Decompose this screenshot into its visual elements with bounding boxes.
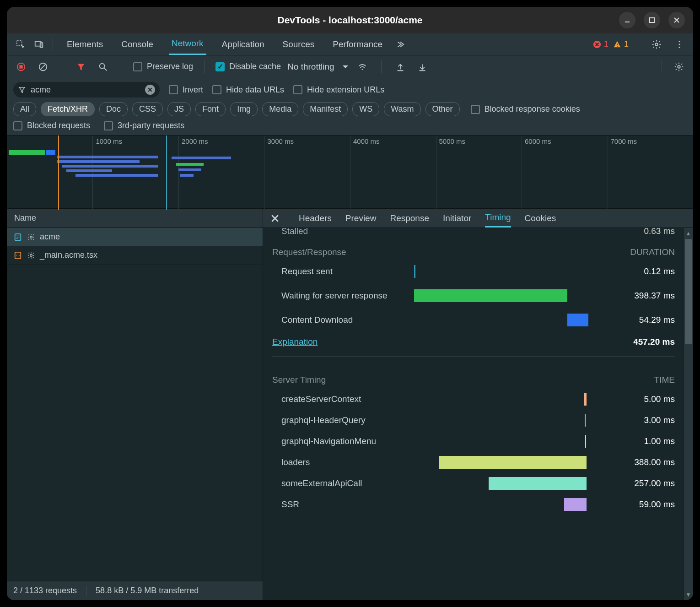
tab-sources[interactable]: Sources xyxy=(280,33,318,55)
search-icon[interactable] xyxy=(95,59,111,75)
filter-pill-other[interactable]: Other xyxy=(425,102,460,116)
request-list[interactable]: acme _main.acme.tsx xyxy=(7,228,263,581)
timing-label: someExternalApiCall xyxy=(272,478,405,488)
filter-text-input[interactable] xyxy=(31,85,140,95)
warning-count-badge[interactable]: 1 xyxy=(613,39,629,49)
inspect-element-icon[interactable] xyxy=(11,35,30,54)
detail-panel: Headers Preview Response Initiator Timin… xyxy=(263,209,693,600)
detail-tab-headers[interactable]: Headers xyxy=(299,209,332,228)
request-row[interactable]: _main.acme.tsx xyxy=(7,246,263,265)
timing-bar-area xyxy=(414,313,588,327)
section-label: Server Timing xyxy=(272,375,326,385)
divider xyxy=(62,60,62,73)
timing-total: 457.20 ms xyxy=(633,337,675,347)
settings-gear-icon[interactable] xyxy=(647,35,666,54)
network-settings-icon[interactable] xyxy=(671,59,687,75)
warning-count: 1 xyxy=(624,39,629,49)
request-name: acme xyxy=(40,232,60,242)
filter-pill-css[interactable]: CSS xyxy=(132,102,163,116)
minimize-button[interactable] xyxy=(619,12,635,28)
panel-tabbar: Elements Console Network Application Sou… xyxy=(7,33,693,55)
filter-pill-media[interactable]: Media xyxy=(262,102,298,116)
preserve-log-checkbox[interactable]: Preserve log xyxy=(133,62,193,71)
timing-bar xyxy=(585,414,586,427)
more-tabs-icon[interactable] xyxy=(391,35,409,54)
hide-ext-urls-checkbox[interactable]: Hide extension URLs xyxy=(293,85,384,95)
filter-pill-ws[interactable]: WS xyxy=(352,102,379,116)
hide-data-urls-checkbox[interactable]: Hide data URLs xyxy=(212,85,284,95)
close-window-button[interactable] xyxy=(668,12,685,28)
blocked-cookies-checkbox[interactable]: Blocked response cookies xyxy=(471,104,580,114)
error-count-badge[interactable]: 1 xyxy=(593,39,608,49)
scroll-up-icon[interactable]: ▲ xyxy=(684,229,693,238)
filter-pill-fetchxhr[interactable]: Fetch/XHR xyxy=(41,102,95,116)
tab-application[interactable]: Application xyxy=(219,33,267,55)
request-row[interactable]: acme xyxy=(7,228,263,246)
checkbox-icon xyxy=(212,85,221,94)
timing-bar xyxy=(567,314,588,326)
network-conditions-icon[interactable] xyxy=(355,59,370,75)
clear-filter-icon[interactable] xyxy=(145,85,155,95)
upload-har-icon[interactable] xyxy=(393,59,408,75)
timing-value: 0.12 ms xyxy=(597,266,675,276)
main-split: Name acme xyxy=(7,208,693,600)
device-toolbar-icon[interactable] xyxy=(30,35,48,54)
detail-scrollbar[interactable]: ▲ ▼ xyxy=(683,228,693,600)
clear-button-icon[interactable] xyxy=(35,59,51,75)
divider xyxy=(662,60,662,73)
kebab-menu-icon[interactable] xyxy=(670,35,689,54)
blocked-requests-checkbox[interactable]: Blocked requests xyxy=(13,121,90,130)
funnel-icon xyxy=(18,86,26,94)
timing-detail[interactable]: Stalled 0.63 ms Request/Response DURATIO… xyxy=(263,228,693,600)
overview-timeline[interactable]: 1000 ms 2000 ms 3000 ms 4000 ms 5000 ms … xyxy=(7,135,693,208)
scroll-down-icon[interactable]: ▼ xyxy=(684,590,693,599)
svg-rect-1 xyxy=(650,18,654,22)
filter-pill-doc[interactable]: Doc xyxy=(99,102,128,116)
timing-label: graphql-HeaderQuery xyxy=(272,415,405,425)
filter-pill-wasm[interactable]: Wasm xyxy=(384,102,420,116)
filter-pill-all[interactable]: All xyxy=(13,102,36,116)
timing-bar-area xyxy=(414,265,588,278)
scroll-thumb[interactable] xyxy=(685,239,692,344)
panel-tabs: Elements Console Network Application Sou… xyxy=(64,33,385,55)
tab-network[interactable]: Network xyxy=(169,33,206,55)
timing-value: 54.29 ms xyxy=(597,315,675,325)
timing-value: 388.00 ms xyxy=(597,457,675,467)
invert-checkbox[interactable]: Invert xyxy=(169,85,203,95)
tab-console[interactable]: Console xyxy=(118,33,156,55)
record-button-icon[interactable] xyxy=(13,59,29,75)
download-har-icon[interactable] xyxy=(415,59,430,75)
network-toolbar: Preserve log Disable cache No throttling xyxy=(7,55,693,78)
svg-point-10 xyxy=(655,43,658,46)
tab-performance[interactable]: Performance xyxy=(330,33,385,55)
timing-bar xyxy=(414,265,415,278)
timing-value: 1.00 ms xyxy=(597,436,675,446)
filter-pill-js[interactable]: JS xyxy=(167,102,191,116)
third-party-checkbox[interactable]: 3rd-party requests xyxy=(104,121,184,130)
timing-label: Request sent xyxy=(272,266,405,276)
close-detail-icon[interactable] xyxy=(269,213,280,224)
detail-tab-preview[interactable]: Preview xyxy=(345,209,377,228)
maximize-button[interactable] xyxy=(644,12,660,28)
filter-funnel-icon[interactable] xyxy=(73,59,89,75)
disable-cache-checkbox[interactable]: Disable cache xyxy=(215,62,281,71)
detail-tab-cookies[interactable]: Cookies xyxy=(525,209,556,228)
detail-tab-timing[interactable]: Timing xyxy=(485,209,511,228)
filter-pill-img[interactable]: Img xyxy=(230,102,258,116)
timing-value: 398.37 ms xyxy=(597,291,675,301)
timing-value: 5.00 ms xyxy=(597,394,675,404)
detail-tab-response[interactable]: Response xyxy=(390,209,429,228)
timing-label: graphql-NavigationMenu xyxy=(272,436,405,446)
tab-elements[interactable]: Elements xyxy=(64,33,106,55)
filter-pill-font[interactable]: Font xyxy=(195,102,226,116)
explanation-link[interactable]: Explanation xyxy=(272,337,318,347)
status-requests: 2 / 1133 requests xyxy=(13,586,77,596)
invert-label: Invert xyxy=(183,85,203,95)
throttling-dropdown[interactable]: No throttling xyxy=(287,62,348,72)
filter-input[interactable] xyxy=(13,82,160,98)
column-header-name[interactable]: Name xyxy=(7,209,263,228)
detail-tab-initiator[interactable]: Initiator xyxy=(443,209,471,228)
code-file-icon xyxy=(13,251,22,260)
timing-bar xyxy=(414,289,567,302)
filter-pill-manifest[interactable]: Manifest xyxy=(303,102,348,116)
